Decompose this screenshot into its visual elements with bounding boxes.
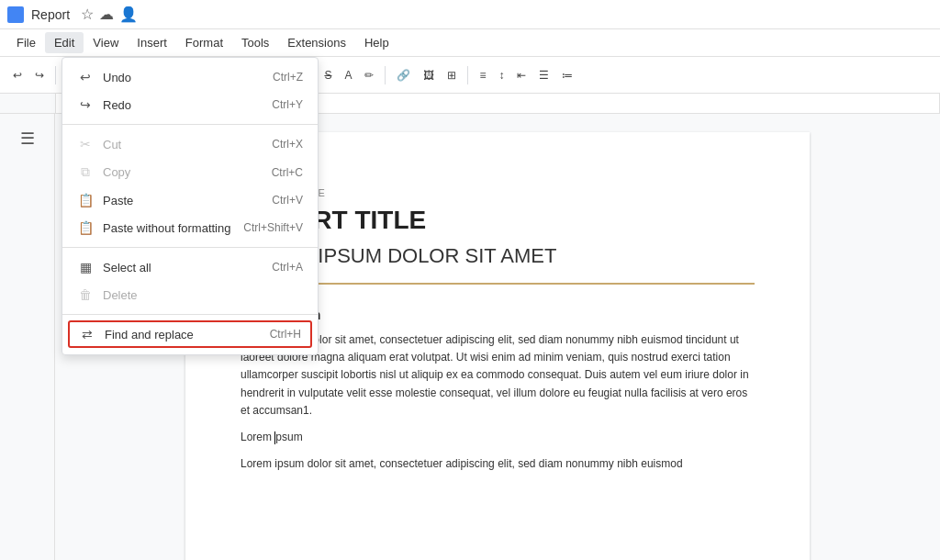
redo-icon: ↪	[77, 97, 94, 112]
menu-item-paste-plain[interactable]: 📋 Paste without formatting Ctrl+Shift+V	[62, 214, 318, 241]
color-button[interactable]: A	[339, 65, 357, 85]
delete-icon: 🗑	[77, 287, 94, 302]
cloud-icon: ☁	[99, 6, 114, 23]
body-text-2: Lorem psum	[241, 429, 755, 446]
table-button[interactable]: ⊞	[442, 65, 462, 85]
menu-view[interactable]: View	[84, 32, 128, 53]
person-icon: 👤	[119, 6, 138, 23]
menu-file[interactable]: File	[7, 32, 45, 53]
edit-dropdown-menu: ↩ Undo Ctrl+Z ↪ Redo Ctrl+Y ✂ Cut Ctrl+X…	[62, 57, 319, 355]
line-spacing-button[interactable]: ↕	[493, 65, 509, 85]
image-button[interactable]: 🖼	[418, 65, 440, 85]
menu-item-redo[interactable]: ↪ Redo Ctrl+Y	[62, 91, 318, 118]
redo-shortcut: Ctrl+Y	[272, 98, 303, 111]
menu-insert[interactable]: Insert	[128, 32, 176, 53]
paste-shortcut: Ctrl+V	[272, 194, 303, 207]
menu-bar: File Edit View Insert Format Tools Exten…	[0, 29, 940, 57]
cut-label: Cut	[103, 138, 121, 151]
menu-item-undo[interactable]: ↩ Undo Ctrl+Z	[62, 63, 318, 91]
cut-icon: ✂	[77, 137, 94, 151]
menu-item-delete: 🗑 Delete	[62, 281, 318, 308]
paste-plain-shortcut: Ctrl+Shift+V	[243, 221, 303, 234]
redo-button[interactable]: ↪	[29, 65, 50, 85]
outline-icon[interactable]: ☰	[15, 123, 40, 154]
menu-item-copy: ⧉ Copy Ctrl+C	[62, 158, 318, 186]
link-button[interactable]: 🔗	[391, 65, 416, 85]
divider-2	[62, 247, 318, 248]
indent-decrease-button[interactable]: ⇤	[511, 65, 532, 85]
ipsum-text: psum	[275, 431, 302, 443]
select-all-icon: ▦	[77, 260, 94, 274]
find-replace-shortcut: Ctrl+H	[270, 328, 301, 341]
menu-tools[interactable]: Tools	[232, 32, 278, 53]
select-all-label: Select all	[103, 261, 151, 274]
copy-icon: ⧉	[77, 164, 94, 180]
undo-icon: ↩	[77, 70, 94, 84]
undo-shortcut: Ctrl+Z	[273, 71, 303, 84]
delete-label: Delete	[103, 288, 138, 302]
list-bullet-button[interactable]: ☰	[533, 65, 554, 85]
paste-icon: 📋	[77, 193, 94, 207]
lorem-text: Lorem	[241, 431, 274, 443]
highlight-button[interactable]: ✏	[359, 65, 379, 85]
title-bar: Report ☆ ☁ 👤	[0, 0, 940, 29]
menu-edit[interactable]: Edit	[45, 32, 84, 53]
menu-help[interactable]: Help	[355, 32, 398, 53]
menu-item-find-replace[interactable]: ⇄ Find and replace Ctrl+H	[68, 320, 312, 348]
document-title: Report	[31, 7, 70, 22]
menu-item-select-all[interactable]: ▦ Select all Ctrl+A	[62, 253, 318, 281]
menu-item-cut: ✂ Cut Ctrl+X	[62, 130, 318, 158]
menu-extensions[interactable]: Extensions	[278, 32, 355, 53]
list-numbered-button[interactable]: ≔	[556, 65, 578, 85]
body-text-3: Lorem ipsum dolor sit amet, consectetuer…	[241, 455, 755, 473]
paste-plain-icon: 📋	[77, 220, 94, 235]
sep6	[467, 66, 468, 84]
strikethrough-button[interactable]: S	[319, 65, 337, 85]
paste-label: Paste	[103, 194, 133, 207]
redo-label: Redo	[103, 98, 131, 112]
divider-1	[62, 124, 318, 125]
sep5	[385, 66, 386, 84]
undo-button[interactable]: ↩	[7, 65, 28, 85]
menu-item-paste[interactable]: 📋 Paste Ctrl+V	[62, 186, 318, 214]
star-icon[interactable]: ☆	[81, 6, 94, 23]
divider-3	[62, 314, 318, 315]
title-bar-actions: ☆ ☁ 👤	[81, 6, 138, 23]
copy-label: Copy	[103, 165, 130, 179]
find-replace-label: Find and replace	[105, 328, 194, 342]
cut-shortcut: Ctrl+X	[272, 138, 303, 151]
select-all-shortcut: Ctrl+A	[272, 261, 303, 274]
app-icon	[7, 6, 24, 23]
paste-plain-label: Paste without formatting	[103, 221, 230, 235]
find-replace-icon: ⇄	[79, 327, 95, 342]
copy-shortcut: Ctrl+C	[272, 166, 303, 179]
align-button[interactable]: ≡	[474, 65, 491, 85]
sep1	[55, 66, 56, 84]
sidebar: ☰	[0, 114, 55, 560]
menu-format[interactable]: Format	[176, 32, 232, 53]
undo-label: Undo	[103, 71, 131, 84]
